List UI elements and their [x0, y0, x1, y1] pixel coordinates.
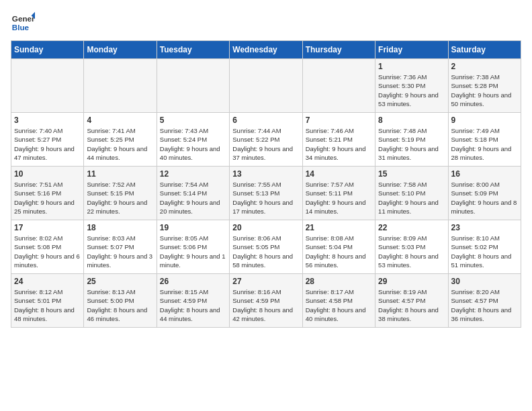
day-number: 6: [232, 116, 299, 125]
calendar-day-cell: 22Sunrise: 8:09 AM Sunset: 5:03 PM Dayli…: [375, 220, 448, 274]
calendar-week-row: 24Sunrise: 8:12 AM Sunset: 5:01 PM Dayli…: [11, 274, 521, 328]
calendar-day-cell: 26Sunrise: 8:15 AM Sunset: 4:59 PM Dayli…: [157, 274, 229, 328]
calendar-week-row: 17Sunrise: 8:02 AM Sunset: 5:08 PM Dayli…: [11, 220, 521, 274]
day-number: 28: [306, 277, 372, 286]
calendar-day-cell: 24Sunrise: 8:12 AM Sunset: 5:01 PM Dayli…: [11, 274, 84, 328]
calendar-day-cell: [11, 59, 84, 113]
calendar-day-cell: 11Sunrise: 7:52 AM Sunset: 5:15 PM Dayli…: [84, 167, 157, 220]
day-info: Sunrise: 8:19 AM Sunset: 4:57 PM Dayligh…: [378, 287, 445, 323]
day-of-week-header: Friday: [375, 41, 448, 59]
day-info: Sunrise: 7:54 AM Sunset: 5:14 PM Dayligh…: [160, 180, 226, 216]
day-info: Sunrise: 7:40 AM Sunset: 5:27 PM Dayligh…: [14, 126, 81, 162]
day-number: 25: [87, 277, 153, 286]
day-info: Sunrise: 7:48 AM Sunset: 5:19 PM Dayligh…: [378, 126, 445, 162]
calendar-day-cell: 18Sunrise: 8:03 AM Sunset: 5:07 PM Dayli…: [84, 220, 157, 274]
day-info: Sunrise: 8:17 AM Sunset: 4:58 PM Dayligh…: [306, 287, 372, 323]
day-number: 13: [232, 169, 299, 179]
calendar-day-cell: 2Sunrise: 7:38 AM Sunset: 5:28 PM Daylig…: [448, 59, 521, 113]
day-number: 14: [306, 169, 372, 179]
header: General Blue: [11, 11, 521, 35]
day-info: Sunrise: 7:44 AM Sunset: 5:22 PM Dayligh…: [232, 126, 299, 162]
day-info: Sunrise: 8:00 AM Sunset: 5:09 PM Dayligh…: [451, 180, 518, 216]
calendar-day-cell: 3Sunrise: 7:40 AM Sunset: 5:27 PM Daylig…: [11, 113, 84, 167]
day-of-week-header: Saturday: [448, 41, 521, 59]
day-number: 3: [14, 116, 81, 125]
calendar-table: SundayMondayTuesdayWednesdayThursdayFrid…: [11, 40, 521, 328]
day-info: Sunrise: 7:36 AM Sunset: 5:30 PM Dayligh…: [378, 73, 445, 108]
day-number: 10: [14, 169, 81, 179]
calendar-day-cell: 1Sunrise: 7:36 AM Sunset: 5:30 PM Daylig…: [375, 59, 448, 113]
day-number: 18: [87, 223, 153, 232]
calendar-day-cell: 25Sunrise: 8:13 AM Sunset: 5:00 PM Dayli…: [84, 274, 157, 328]
calendar-day-cell: 16Sunrise: 8:00 AM Sunset: 5:09 PM Dayli…: [448, 167, 521, 220]
day-number: 2: [451, 62, 518, 71]
calendar-day-cell: 10Sunrise: 7:51 AM Sunset: 5:16 PM Dayli…: [11, 167, 84, 220]
day-info: Sunrise: 8:20 AM Sunset: 4:57 PM Dayligh…: [451, 287, 518, 323]
day-number: 26: [160, 277, 226, 286]
calendar-day-cell: 7Sunrise: 7:46 AM Sunset: 5:21 PM Daylig…: [302, 113, 375, 167]
calendar-header-row: SundayMondayTuesdayWednesdayThursdayFrid…: [11, 41, 521, 59]
day-number: 29: [378, 277, 445, 286]
logo: General Blue: [11, 11, 35, 35]
calendar-day-cell: 13Sunrise: 7:55 AM Sunset: 5:13 PM Dayli…: [230, 167, 302, 220]
calendar-day-cell: 6Sunrise: 7:44 AM Sunset: 5:22 PM Daylig…: [230, 113, 302, 167]
calendar-day-cell: 21Sunrise: 8:08 AM Sunset: 5:04 PM Dayli…: [302, 220, 375, 274]
day-number: 30: [451, 277, 518, 286]
day-of-week-header: Monday: [84, 41, 157, 59]
calendar-day-cell: 28Sunrise: 8:17 AM Sunset: 4:58 PM Dayli…: [302, 274, 375, 328]
calendar-day-cell: 5Sunrise: 7:43 AM Sunset: 5:24 PM Daylig…: [157, 113, 229, 167]
day-info: Sunrise: 7:57 AM Sunset: 5:11 PM Dayligh…: [306, 180, 372, 216]
day-info: Sunrise: 8:08 AM Sunset: 5:04 PM Dayligh…: [306, 234, 372, 269]
day-info: Sunrise: 8:10 AM Sunset: 5:02 PM Dayligh…: [451, 234, 518, 269]
day-info: Sunrise: 8:12 AM Sunset: 5:01 PM Dayligh…: [14, 287, 81, 323]
calendar-day-cell: 8Sunrise: 7:48 AM Sunset: 5:19 PM Daylig…: [375, 113, 448, 167]
day-number: 15: [378, 169, 445, 179]
day-number: 12: [160, 169, 226, 179]
day-info: Sunrise: 7:58 AM Sunset: 5:10 PM Dayligh…: [378, 180, 445, 216]
calendar-day-cell: 19Sunrise: 8:05 AM Sunset: 5:06 PM Dayli…: [157, 220, 229, 274]
calendar-week-row: 3Sunrise: 7:40 AM Sunset: 5:27 PM Daylig…: [11, 113, 521, 167]
day-of-week-header: Thursday: [302, 41, 375, 59]
day-info: Sunrise: 7:51 AM Sunset: 5:16 PM Dayligh…: [14, 180, 81, 216]
day-info: Sunrise: 8:16 AM Sunset: 4:59 PM Dayligh…: [232, 287, 299, 323]
calendar-day-cell: 14Sunrise: 7:57 AM Sunset: 5:11 PM Dayli…: [302, 167, 375, 220]
day-info: Sunrise: 8:05 AM Sunset: 5:06 PM Dayligh…: [160, 234, 226, 269]
day-number: 1: [378, 62, 445, 71]
day-info: Sunrise: 7:49 AM Sunset: 5:18 PM Dayligh…: [451, 126, 518, 162]
calendar-day-cell: 17Sunrise: 8:02 AM Sunset: 5:08 PM Dayli…: [11, 220, 84, 274]
day-number: 8: [378, 116, 445, 125]
day-info: Sunrise: 8:03 AM Sunset: 5:07 PM Dayligh…: [87, 234, 153, 269]
calendar-day-cell: 20Sunrise: 8:06 AM Sunset: 5:05 PM Dayli…: [230, 220, 302, 274]
calendar-week-row: 10Sunrise: 7:51 AM Sunset: 5:16 PM Dayli…: [11, 167, 521, 220]
calendar-day-cell: 15Sunrise: 7:58 AM Sunset: 5:10 PM Dayli…: [375, 167, 448, 220]
day-number: 21: [306, 223, 372, 232]
day-info: Sunrise: 8:13 AM Sunset: 5:00 PM Dayligh…: [87, 287, 153, 323]
svg-text:Blue: Blue: [12, 23, 30, 32]
calendar-day-cell: 23Sunrise: 8:10 AM Sunset: 5:02 PM Dayli…: [448, 220, 521, 274]
calendar-day-cell: [302, 59, 375, 113]
day-info: Sunrise: 7:46 AM Sunset: 5:21 PM Dayligh…: [306, 126, 372, 162]
day-number: 17: [14, 223, 81, 232]
day-number: 23: [451, 223, 518, 232]
day-of-week-header: Tuesday: [157, 41, 229, 59]
day-info: Sunrise: 7:55 AM Sunset: 5:13 PM Dayligh…: [232, 180, 299, 216]
calendar-day-cell: 12Sunrise: 7:54 AM Sunset: 5:14 PM Dayli…: [157, 167, 229, 220]
day-number: 7: [306, 116, 372, 125]
day-of-week-header: Wednesday: [230, 41, 302, 59]
calendar-day-cell: [84, 59, 157, 113]
day-number: 4: [87, 116, 153, 125]
day-number: 9: [451, 116, 518, 125]
day-info: Sunrise: 8:06 AM Sunset: 5:05 PM Dayligh…: [232, 234, 299, 269]
day-info: Sunrise: 7:38 AM Sunset: 5:28 PM Dayligh…: [451, 73, 518, 108]
day-info: Sunrise: 7:43 AM Sunset: 5:24 PM Dayligh…: [160, 126, 226, 162]
day-number: 24: [14, 277, 81, 286]
day-info: Sunrise: 8:02 AM Sunset: 5:08 PM Dayligh…: [14, 234, 81, 269]
day-number: 11: [87, 169, 153, 179]
day-info: Sunrise: 8:09 AM Sunset: 5:03 PM Dayligh…: [378, 234, 445, 269]
day-number: 27: [232, 277, 299, 286]
calendar-day-cell: 27Sunrise: 8:16 AM Sunset: 4:59 PM Dayli…: [230, 274, 302, 328]
day-info: Sunrise: 7:41 AM Sunset: 5:25 PM Dayligh…: [87, 126, 153, 162]
calendar-day-cell: [157, 59, 229, 113]
calendar-day-cell: 29Sunrise: 8:19 AM Sunset: 4:57 PM Dayli…: [375, 274, 448, 328]
calendar-week-row: 1Sunrise: 7:36 AM Sunset: 5:30 PM Daylig…: [11, 59, 521, 113]
